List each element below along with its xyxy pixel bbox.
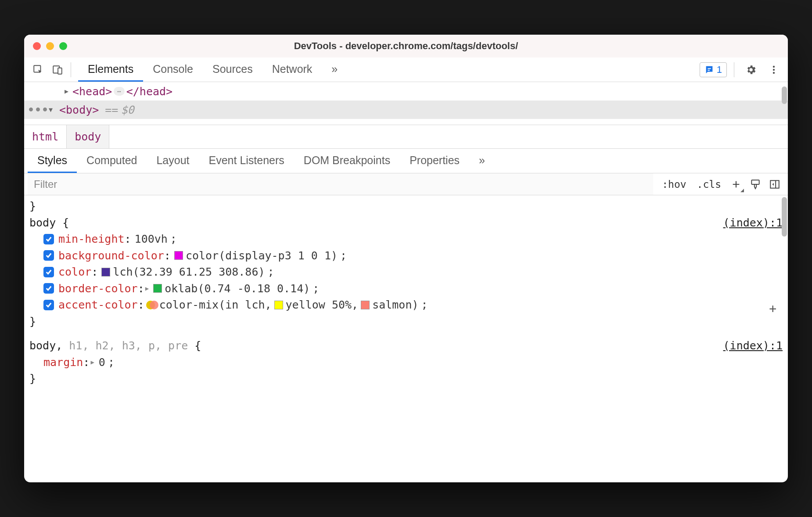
collapsed-icon[interactable]: ⋯ xyxy=(114,87,124,96)
expand-icon[interactable]: ▶ xyxy=(65,87,68,95)
expand-shorthand-icon[interactable]: ▶ xyxy=(145,284,149,293)
dom-dollar: $0 xyxy=(121,104,134,116)
more-icon[interactable] xyxy=(764,60,783,79)
dom-node-head[interactable]: ▶ <head> ⋯ </head> xyxy=(24,82,788,101)
rule-selector[interactable]: body { xyxy=(29,215,69,231)
window-title: DevTools - developer.chrome.com/tags/dev… xyxy=(24,40,788,52)
property-value[interactable]: lch(32.39 61.25 308.86); xyxy=(101,264,274,280)
style-declaration[interactable]: margin:▶0; xyxy=(29,354,783,371)
cls-button[interactable]: .cls xyxy=(692,179,726,190)
property-value[interactable]: oklab(0.74 -0.18 0.14); xyxy=(153,280,319,297)
dom-tag-close: </head> xyxy=(126,85,172,98)
color-swatch[interactable] xyxy=(274,301,283,309)
expand-shorthand-icon[interactable]: ▶ xyxy=(90,358,94,367)
tab-sources[interactable]: Sources xyxy=(203,57,262,82)
property-checkbox[interactable] xyxy=(43,283,54,294)
issues-button[interactable]: 1 xyxy=(700,62,727,77)
subtab-computed[interactable]: Computed xyxy=(77,149,147,173)
value-text: oklab(0.74 -0.18 0.14) xyxy=(165,280,310,297)
property-name[interactable]: color xyxy=(58,264,91,280)
dom-actions-icon[interactable]: ••• xyxy=(28,104,49,116)
tabs-overflow-button[interactable]: » xyxy=(322,57,347,82)
property-name[interactable]: background-color xyxy=(58,248,164,264)
value-text: color-mix(in lch, xyxy=(159,297,272,313)
styles-filter-input[interactable] xyxy=(28,173,653,195)
svg-rect-4 xyxy=(708,70,710,71)
property-checkbox[interactable] xyxy=(43,300,54,310)
color-swatch[interactable] xyxy=(361,301,370,309)
style-rule: body {(index):1min-height:100vh;backgrou… xyxy=(29,215,783,330)
rule-source-link[interactable]: (index):1 xyxy=(723,337,783,354)
value-text: color(display-p3 1 0 1) xyxy=(186,248,338,264)
value-text: salmon) xyxy=(372,297,418,313)
rule-source-link[interactable]: (index):1 xyxy=(723,215,783,231)
property-checkbox[interactable] xyxy=(43,250,54,261)
new-style-rule-button[interactable] xyxy=(726,175,746,194)
toolbar-right: 1 xyxy=(700,60,783,79)
dom-eq: == xyxy=(105,104,118,116)
property-checkbox[interactable] xyxy=(43,267,54,277)
titlebar: DevTools - developer.chrome.com/tags/dev… xyxy=(24,35,788,57)
maximize-window-button[interactable] xyxy=(59,42,67,50)
style-declaration[interactable]: min-height:100vh; xyxy=(29,231,783,248)
crumb-html[interactable]: html xyxy=(24,125,66,148)
inspect-element-icon[interactable] xyxy=(29,60,48,79)
property-name[interactable]: accent-color xyxy=(58,297,138,313)
dom-tree[interactable]: ▶ <head> ⋯ </head> ••• ▼ <body> == $0 xyxy=(24,82,788,125)
device-toggle-icon[interactable] xyxy=(48,60,67,79)
rule-close-brace: } xyxy=(29,370,783,387)
breadcrumb: html body xyxy=(24,125,788,149)
computed-toggle-icon[interactable] xyxy=(765,175,784,194)
style-declaration[interactable]: background-color:color(display-p3 1 0 1)… xyxy=(29,248,783,264)
main-toolbar: Elements Console Sources Network » 1 xyxy=(24,57,788,82)
color-swatch[interactable] xyxy=(153,284,162,293)
svg-point-5 xyxy=(773,65,775,67)
paint-brush-icon[interactable] xyxy=(746,175,765,194)
svg-rect-2 xyxy=(58,68,62,74)
property-checkbox[interactable] xyxy=(43,234,54,244)
minimize-window-button[interactable] xyxy=(46,42,54,50)
styles-pane[interactable]: }body {(index):1min-height:100vh;backgro… xyxy=(24,195,788,482)
svg-rect-9 xyxy=(770,180,779,188)
subtab-dom-breakpoints[interactable]: DOM Breakpoints xyxy=(294,149,400,173)
subtab-event-listeners[interactable]: Event Listeners xyxy=(199,149,294,173)
styles-filter-bar: :hov .cls xyxy=(24,173,788,195)
subtab-properties[interactable]: Properties xyxy=(400,149,469,173)
rule-selector[interactable]: body, h1, h2, h3, p, pre { xyxy=(29,337,201,354)
subtab-styles[interactable]: Styles xyxy=(28,149,77,173)
expand-icon[interactable]: ▼ xyxy=(49,106,53,114)
main-tabs: Elements Console Sources Network » xyxy=(78,57,347,82)
property-value[interactable]: 0; xyxy=(99,354,115,371)
property-name[interactable]: margin xyxy=(43,354,83,371)
dom-node-body[interactable]: ••• ▼ <body> == $0 xyxy=(24,101,788,119)
value-text: 100vh xyxy=(135,231,168,248)
property-name[interactable]: border-color xyxy=(58,280,138,297)
subtab-layout[interactable]: Layout xyxy=(147,149,199,173)
style-declaration[interactable]: color:lch(32.39 61.25 308.86); xyxy=(29,264,783,280)
style-declaration[interactable]: accent-color:color-mix(in lch, yellow 50… xyxy=(29,297,783,313)
color-mix-swatch[interactable] xyxy=(148,301,157,309)
settings-icon[interactable] xyxy=(741,60,761,79)
hov-button[interactable]: :hov xyxy=(657,179,691,190)
tab-network[interactable]: Network xyxy=(262,57,322,82)
tab-console[interactable]: Console xyxy=(143,57,203,82)
scrollbar-thumb[interactable] xyxy=(782,197,787,237)
value-text: yellow 50%, xyxy=(286,297,359,313)
property-name[interactable]: min-height xyxy=(58,231,125,248)
crumb-body[interactable]: body xyxy=(66,125,109,148)
color-swatch[interactable] xyxy=(101,268,110,276)
property-value[interactable]: 100vh; xyxy=(135,231,177,248)
svg-point-7 xyxy=(773,72,775,73)
value-text: 0 xyxy=(99,354,105,371)
styles-subtabs: Styles Computed Layout Event Listeners D… xyxy=(24,149,788,173)
property-value[interactable]: color-mix(in lch, yellow 50%, salmon); xyxy=(148,297,428,313)
subtabs-overflow-button[interactable]: » xyxy=(469,149,495,173)
svg-rect-8 xyxy=(751,180,759,184)
add-declaration-button[interactable]: + xyxy=(769,300,776,318)
style-declaration[interactable]: border-color:▶oklab(0.74 -0.18 0.14); xyxy=(29,280,783,297)
scrollbar-thumb[interactable] xyxy=(782,86,787,104)
color-swatch[interactable] xyxy=(174,251,183,260)
tab-elements[interactable]: Elements xyxy=(78,57,143,82)
close-window-button[interactable] xyxy=(33,42,41,50)
property-value[interactable]: color(display-p3 1 0 1); xyxy=(174,248,347,264)
